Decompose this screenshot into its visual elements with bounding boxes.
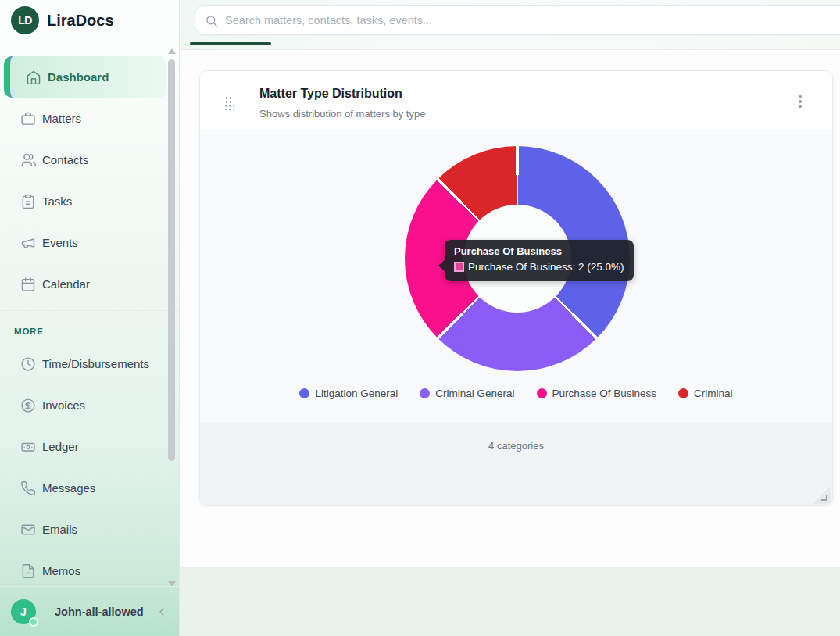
clipboard-icon <box>20 194 36 209</box>
legend-item[interactable]: Purchase Of Business <box>537 388 657 399</box>
sidebar-item-ledger[interactable]: Ledger <box>0 426 179 467</box>
categories-count: 4 categories <box>200 423 832 452</box>
card-title: Matter Type Distribution <box>259 87 402 101</box>
legend-label: Purchase Of Business <box>552 388 657 399</box>
card-menu-button[interactable] <box>793 93 807 110</box>
drag-handle-icon[interactable] <box>224 96 234 110</box>
sidebar-nav: Dashboard Matters Contacts Tasks Events … <box>0 42 179 586</box>
sidebar: LD LiraDocs Dashboard Matters Contacts T… <box>0 0 180 636</box>
sidebar-item-dashboard[interactable]: Dashboard <box>4 56 166 98</box>
sidebar-item-label: Ledger <box>42 440 79 453</box>
legend-item[interactable]: Litigation General <box>299 388 398 399</box>
sidebar-item-label: Tasks <box>42 195 72 208</box>
sidebar-section-more: MORE <box>14 327 179 336</box>
app-title: LiraDocs <box>47 12 114 30</box>
legend-dot <box>537 388 547 398</box>
sidebar-scroll-up-arrow[interactable] <box>168 48 176 54</box>
users-icon <box>20 152 36 168</box>
sidebar-item-label: Time/Disbursements <box>42 357 149 370</box>
sidebar-item-label: Contacts <box>42 153 88 166</box>
sidebar-item-invoices[interactable]: Invoices <box>0 384 179 426</box>
sidebar-item-time-disbursements[interactable]: Time/Disbursements <box>0 343 179 384</box>
search-input[interactable] <box>225 14 772 27</box>
sidebar-item-label: Messages <box>42 481 95 495</box>
sidebar-divider <box>0 310 179 311</box>
top-bar <box>180 0 840 50</box>
main-area: Matter Type Distribution Shows distribut… <box>180 0 840 636</box>
tooltip-swatch <box>454 262 464 272</box>
legend-item[interactable]: Criminal <box>678 388 733 399</box>
sidebar-item-label: Matters <box>42 112 81 125</box>
sidebar-item-label: Emails <box>42 523 77 536</box>
sidebar-item-calendar[interactable]: Calendar <box>0 263 179 305</box>
sidebar-item-label: Dashboard <box>48 70 109 84</box>
sidebar-item-contacts[interactable]: Contacts <box>0 139 179 180</box>
sidebar-item-tasks[interactable]: Tasks <box>0 180 179 222</box>
active-tab-indicator <box>190 42 271 45</box>
chart-tooltip: Purchase Of Business Purchase Of Busines… <box>445 240 634 281</box>
user-name: John-all-allowed <box>55 606 144 618</box>
user-menu[interactable]: J John-all-allowed <box>0 586 179 636</box>
legend-label: Criminal <box>694 388 733 399</box>
mail-icon <box>20 522 36 538</box>
legend-label: Litigation General <box>315 388 398 399</box>
search-icon <box>205 14 218 27</box>
sidebar-item-label: Invoices <box>42 398 85 412</box>
matter-type-distribution-card: Matter Type Distribution Shows distribut… <box>199 70 833 506</box>
chart-legend: Litigation GeneralCriminal GeneralPurcha… <box>200 388 832 399</box>
tooltip-title: Purchase Of Business <box>454 245 624 257</box>
tooltip-value: Purchase Of Business: 2 (25.0%) <box>468 261 624 273</box>
legend-dot <box>299 388 309 398</box>
sidebar-item-matters[interactable]: Matters <box>0 98 179 139</box>
content-bottom-strip <box>180 567 840 636</box>
legend-dot <box>678 388 688 398</box>
dollar-circle-icon <box>20 398 36 413</box>
calendar-icon <box>20 277 36 292</box>
chevron-left-icon[interactable] <box>155 606 168 618</box>
megaphone-icon <box>20 235 36 251</box>
sidebar-scrollbar-thumb[interactable] <box>168 59 175 461</box>
legend-dot <box>420 388 430 398</box>
global-search[interactable] <box>195 5 840 35</box>
legend-label: Criminal General <box>435 388 514 399</box>
sidebar-item-messages[interactable]: Messages <box>0 467 179 509</box>
card-header: Matter Type Distribution Shows distribut… <box>200 71 832 130</box>
logo-icon: LD <box>11 6 39 34</box>
banknote-icon <box>20 439 36 455</box>
sidebar-item-events[interactable]: Events <box>0 222 179 263</box>
avatar-initial: J <box>20 606 27 618</box>
sidebar-item-label: Memos <box>42 564 80 577</box>
legend-item[interactable]: Criminal General <box>420 388 514 399</box>
tooltip-row: Purchase Of Business: 2 (25.0%) <box>454 261 624 273</box>
app-window: LD LiraDocs Dashboard Matters Contacts T… <box>0 0 840 636</box>
home-icon <box>26 70 41 85</box>
sidebar-item-emails[interactable]: Emails <box>0 509 179 550</box>
app-logo[interactable]: LD LiraDocs <box>0 0 179 41</box>
phone-icon <box>20 481 36 496</box>
card-subtitle: Shows distribution of matters by type <box>259 108 425 120</box>
avatar: J <box>11 599 36 624</box>
online-status-dot <box>29 617 38 627</box>
sidebar-item-label: Calendar <box>42 277 90 291</box>
sidebar-item-label: Events <box>42 236 78 249</box>
file-icon <box>20 563 36 579</box>
card-footer: 4 categories <box>200 423 832 506</box>
briefcase-icon <box>20 111 36 127</box>
clock-icon <box>20 356 36 372</box>
resize-icon[interactable] <box>821 495 827 501</box>
